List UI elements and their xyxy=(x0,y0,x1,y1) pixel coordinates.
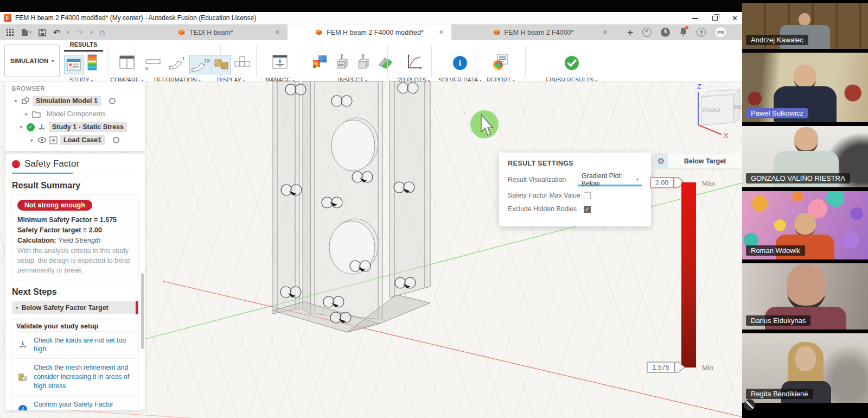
chevron-right-icon[interactable]: ▸ xyxy=(24,111,29,117)
suggestion-mesh-refinement[interactable]: Check the mesh refinement and consider i… xyxy=(14,358,136,395)
toolbar-divider xyxy=(525,46,526,77)
study-legend-icon[interactable] xyxy=(86,53,99,74)
restore-button[interactable] xyxy=(712,16,718,21)
activate-radio-icon[interactable] xyxy=(113,137,119,143)
study-report-icon[interactable] xyxy=(65,55,83,74)
load-case-icon xyxy=(49,136,58,144)
chevron-right-icon[interactable]: ▸ xyxy=(29,137,35,143)
activate-radio-icon[interactable] xyxy=(109,98,116,104)
tree-item-label: Study 1 - Static Stress xyxy=(49,122,127,132)
finish-results-icon[interactable] xyxy=(563,54,580,74)
tab-fem-h-beam[interactable]: FEM H beam 2 F4000* ✕ xyxy=(451,24,615,40)
safety-factor-max-checkbox[interactable] xyxy=(584,192,591,199)
below-target-label: Below Safety Factor Target xyxy=(22,304,108,312)
view-cube[interactable]: Z FRONT RIGHT X xyxy=(697,83,742,140)
svg-text:0: 0 xyxy=(145,66,148,71)
tab-close-icon[interactable]: ✕ xyxy=(275,29,280,36)
notification-dot xyxy=(685,26,688,29)
tab-label: FEM H beam 2 F4000* xyxy=(505,29,574,36)
svg-text:1: 1 xyxy=(182,56,185,61)
workspace-selector[interactable]: SIMULATION ▾ xyxy=(4,45,60,77)
chevron-down-icon[interactable]: ▾ xyxy=(13,98,18,104)
svg-text:FRONT: FRONT xyxy=(703,107,722,113)
visibility-eye-icon[interactable] xyxy=(37,137,47,143)
recent-activity-icon[interactable] xyxy=(661,28,670,37)
toolbar-divider xyxy=(135,46,135,77)
result-status-dot xyxy=(12,160,20,168)
display-mesh-icon[interactable] xyxy=(212,55,231,74)
caret-down-icon: ▾ xyxy=(52,59,54,64)
inspect-results-icon[interactable] xyxy=(311,53,330,74)
2d-plots-icon[interactable] xyxy=(405,53,423,74)
validate-study-card: Validate your study setup Check the load… xyxy=(12,319,138,411)
job-status-icon[interactable] xyxy=(642,28,652,37)
participant-video[interactable]: Roman Wdowik xyxy=(742,191,868,259)
save-icon[interactable] xyxy=(39,29,46,36)
deformation-scaled-icon[interactable]: 1 xyxy=(167,53,187,74)
legend-min-value-field[interactable]: 1.575 xyxy=(647,362,689,373)
compare-icon[interactable] xyxy=(118,53,136,74)
tab-close-icon[interactable]: ✕ xyxy=(439,29,444,36)
suggestion-confirm-requirement[interactable]: i Confirm your Safety Factor requirement xyxy=(14,395,136,410)
new-file-icon[interactable]: ▾ xyxy=(21,28,31,36)
user-avatar[interactable]: PS xyxy=(715,27,726,38)
suggestion-text: Check the loads are not set too high xyxy=(34,336,135,354)
tab-fem-h-beam-modified[interactable]: FEM H beam 2 F4000 modified* ✕ xyxy=(288,24,451,40)
close-window-button[interactable]: ✕ xyxy=(732,15,738,22)
undo-caret-icon[interactable]: ▾ xyxy=(67,30,69,35)
meeting-control-icon[interactable] xyxy=(744,399,755,410)
redo-caret-icon[interactable]: ▾ xyxy=(90,30,92,35)
chevron-down-icon[interactable]: ▾ xyxy=(18,124,24,130)
participant-figure xyxy=(794,213,816,237)
panel-scrollbar-thumb[interactable] xyxy=(141,273,144,349)
app-grid-icon[interactable] xyxy=(7,29,14,36)
undo-icon[interactable]: ↶ xyxy=(53,28,60,37)
caret-down-icon: ▾ xyxy=(636,177,639,182)
tree-item-model-components[interactable]: ▸ Model Components xyxy=(5,107,145,121)
result-summary-card: Not strong enough Minimum Safety Factor … xyxy=(12,195,138,281)
participant-figure xyxy=(787,264,826,310)
browser-header: BROWSER xyxy=(5,81,145,94)
group-finish-results: FINISH RESULTS ▾ xyxy=(541,52,602,83)
inspect-probe-xyz-icon[interactable]: xyz xyxy=(333,53,352,74)
help-icon[interactable]: ? xyxy=(697,28,706,37)
fusion-doc-icon xyxy=(315,29,322,36)
participant-name: GONZALO VALIÑO RIESTRA xyxy=(746,173,850,183)
dropdown-value: Gradient Plot: Below xyxy=(582,172,636,187)
legend-max-label: Max xyxy=(702,179,716,187)
home-icon[interactable]: ⌂ xyxy=(99,27,105,38)
deformation-actual-icon[interactable]: 0 xyxy=(143,53,164,74)
minimize-button[interactable] xyxy=(692,18,698,19)
group-manage: MANAGE ▾ xyxy=(259,52,301,83)
result-visualization-dropdown[interactable]: Gradient Plot: Below ▾ xyxy=(578,174,642,186)
exclude-hidden-bodies-checkbox[interactable]: ✓ xyxy=(584,206,591,213)
tree-item-study-1[interactable]: ▾ ✓ Study 1 - Static Stress xyxy=(5,121,145,134)
new-tab-button[interactable]: + xyxy=(627,27,633,39)
suggestion-check-loads[interactable]: Check the loads are not set too high xyxy=(14,331,136,359)
tab-close-icon[interactable]: ✕ xyxy=(603,29,608,36)
participant-figure xyxy=(795,346,816,371)
participant-video[interactable]: Darius Eidukynas xyxy=(742,263,868,330)
legend-gear-icon[interactable]: ⚙ xyxy=(654,154,668,168)
top-black-strip xyxy=(0,0,742,12)
participant-video[interactable]: GONZALO VALIÑO RIESTRA xyxy=(742,126,868,187)
svg-text:2.00: 2.00 xyxy=(655,179,668,187)
toolbar-divider xyxy=(431,46,432,77)
participant-video[interactable]: Andrzej Kawalec xyxy=(742,3,868,49)
inspect-probe-icon[interactable] xyxy=(354,53,373,74)
participant-video[interactable]: Paweł Sułkowicz xyxy=(742,53,868,122)
redo-icon[interactable]: ↷ xyxy=(76,28,84,37)
results-context-tab[interactable]: RESULTS xyxy=(64,41,103,48)
manage-icon[interactable] xyxy=(271,53,289,74)
tree-item-simulation-model[interactable]: ▾ Simulation Model 1 xyxy=(5,94,145,107)
notifications-bell-icon[interactable] xyxy=(679,27,687,38)
title-bar: F FEM H beam 2 F4000 modified* (My cente… xyxy=(0,12,742,24)
document-tab-bar: ▾ ↶ ▾ ↷ ▾ ⌂ TEDI H beam* ✕ FEM H beam 2 … xyxy=(0,24,742,40)
report-icon[interactable] xyxy=(492,53,510,74)
participant-video[interactable]: Regita Bendikienė xyxy=(742,333,868,403)
tab-tedi-h-beam[interactable]: TEDI H beam* ✕ xyxy=(124,24,288,40)
solver-data-icon[interactable]: i xyxy=(451,54,469,74)
below-target-section-row[interactable]: ▾ Below Safety Factor Target xyxy=(12,301,138,314)
display-wire-icon[interactable] xyxy=(233,53,251,74)
tree-item-load-case[interactable]: ▸ Load Case1 xyxy=(5,134,145,147)
